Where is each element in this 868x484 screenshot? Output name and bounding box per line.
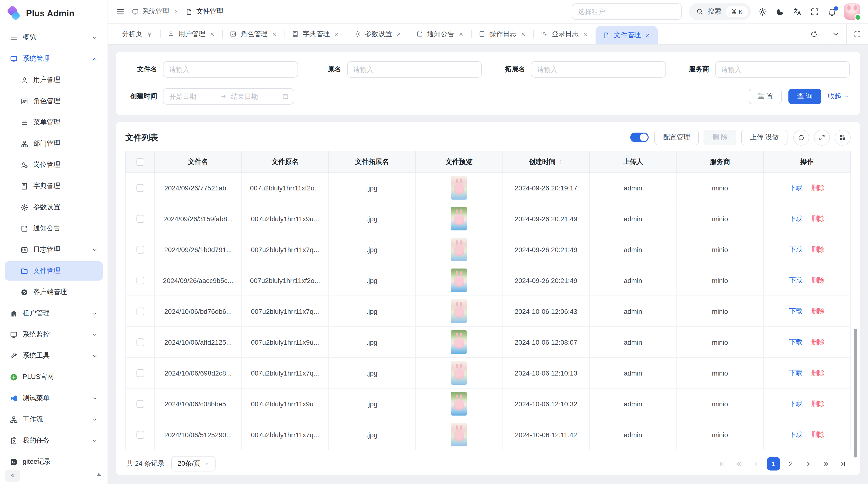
sidebar-pin-button[interactable] (95, 472, 103, 479)
pager-button[interactable] (715, 457, 728, 471)
close-icon[interactable] (645, 32, 651, 38)
delete-link[interactable]: 删除 (811, 214, 825, 222)
sidebar-item[interactable]: 客户端管理 (5, 283, 103, 302)
tab[interactable]: 分析页 (115, 24, 160, 44)
column-header[interactable]: 服务商 (677, 151, 764, 172)
breadcrumb-item[interactable]: 系统管理 (132, 7, 169, 16)
tab[interactable]: 通知公告 (409, 24, 471, 44)
sidebar-item[interactable]: 通知公告 (5, 219, 103, 238)
row-checkbox[interactable] (136, 369, 144, 377)
tab[interactable]: 文件管理 (595, 26, 658, 44)
tab[interactable]: 用户管理 (160, 24, 222, 44)
pin-icon[interactable] (146, 31, 153, 37)
file-preview-image[interactable] (451, 207, 467, 230)
filter-input[interactable] (347, 61, 482, 77)
download-link[interactable]: 下载 (789, 184, 803, 191)
column-header[interactable]: 文件名 (155, 151, 242, 172)
menu-toggle-button[interactable] (116, 7, 125, 16)
sidebar-item[interactable]: 系统管理 (5, 49, 103, 68)
reset-button[interactable]: 重 置 (749, 89, 782, 104)
sidebar-item[interactable]: 用户管理 (5, 70, 103, 90)
toolbar-button[interactable]: 删 除 (704, 130, 736, 145)
end-date-input[interactable] (230, 92, 279, 101)
file-preview-image[interactable] (451, 238, 467, 261)
sidebar-item[interactable]: 我的任务 (5, 431, 103, 450)
row-checkbox[interactable] (136, 277, 144, 284)
column-header[interactable]: 创建时间 (502, 151, 590, 172)
column-header[interactable]: 文件原名 (242, 151, 329, 172)
download-link[interactable]: 下载 (789, 214, 803, 222)
sidebar-collapse-button[interactable] (5, 470, 20, 481)
pager-button[interactable] (802, 457, 815, 471)
header-icon-button[interactable] (775, 7, 784, 16)
pager-button[interactable] (819, 457, 832, 471)
user-avatar[interactable] (844, 3, 860, 20)
column-header[interactable]: 操作 (763, 151, 850, 172)
download-link[interactable]: 下载 (789, 399, 803, 407)
page-number[interactable]: 1 (767, 457, 780, 471)
filter-input[interactable] (163, 61, 298, 77)
column-header[interactable]: 文件拓展名 (329, 151, 416, 172)
breadcrumb-item[interactable]: 文件管理 (173, 7, 223, 16)
date-range-picker[interactable] (163, 88, 294, 105)
sort-icon[interactable] (558, 159, 563, 164)
row-checkbox[interactable] (136, 246, 144, 254)
sidebar-item[interactable]: 部门管理 (5, 134, 103, 153)
delete-link[interactable]: 删除 (811, 399, 825, 407)
sidebar-item[interactable]: 租户管理 (5, 304, 103, 323)
tab[interactable]: 字典管理 (284, 24, 347, 44)
file-preview-image[interactable] (451, 176, 467, 200)
header-icon-button[interactable] (810, 7, 819, 16)
pager-button[interactable] (836, 457, 850, 471)
sidebar-item[interactable]: 概览 (5, 28, 103, 47)
close-icon[interactable] (334, 31, 340, 37)
tab[interactable]: 操作日志 (471, 24, 533, 44)
search-button[interactable]: 查 询 (788, 89, 821, 104)
column-header[interactable]: 文件预览 (415, 151, 502, 172)
sidebar-item[interactable]: 工作流 (5, 410, 103, 429)
download-link[interactable]: 下载 (789, 430, 803, 438)
sidebar-item[interactable]: 菜单管理 (5, 113, 103, 132)
sidebar-item[interactable]: gitee记录 (5, 452, 103, 466)
delete-link[interactable]: 删除 (811, 307, 825, 315)
brand[interactable]: Plus Admin (0, 0, 107, 27)
toolbar-button[interactable]: 上传 没做 (741, 130, 787, 145)
file-preview-image[interactable] (451, 361, 467, 385)
file-preview-image[interactable] (451, 392, 467, 416)
row-checkbox[interactable] (136, 400, 144, 408)
delete-link[interactable]: 删除 (811, 368, 825, 376)
header-icon-button[interactable] (758, 7, 767, 16)
toolbar-icon-button[interactable] (793, 129, 809, 146)
close-icon[interactable] (396, 31, 402, 37)
page-size-select[interactable]: 20条/页 (172, 456, 216, 472)
page-number[interactable]: 2 (784, 457, 798, 471)
sidebar-item[interactable]: 系统工具 (5, 346, 103, 365)
filter-input[interactable] (531, 61, 666, 77)
tab[interactable]: 角色管理 (222, 24, 284, 44)
row-checkbox[interactable] (136, 215, 144, 223)
download-link[interactable]: 下载 (789, 276, 803, 284)
delete-link[interactable]: 删除 (811, 338, 825, 346)
sidebar-item[interactable]: 测试菜单 (5, 389, 103, 408)
toolbar-button[interactable]: 配置管理 (654, 130, 699, 145)
delete-link[interactable]: 删除 (811, 184, 825, 191)
toggle-switch[interactable] (630, 133, 649, 142)
tab[interactable]: 参数设置 (347, 24, 409, 44)
sidebar-item[interactable]: 参数设置 (5, 198, 103, 217)
close-icon[interactable] (520, 31, 526, 37)
file-preview-image[interactable] (451, 268, 467, 292)
tab-control-button[interactable] (846, 24, 868, 44)
sidebar-item[interactable]: 系统监控 (5, 325, 103, 344)
filter-input[interactable] (715, 61, 850, 77)
sidebar-item[interactable]: 角色管理 (5, 92, 103, 111)
file-preview-image[interactable] (451, 299, 467, 323)
column-header[interactable]: 上传人 (590, 151, 677, 172)
sidebar-item[interactable]: 字典管理 (5, 176, 103, 196)
row-checkbox[interactable] (136, 431, 144, 439)
collapse-filters-link[interactable]: 收起 (828, 92, 850, 101)
close-icon[interactable] (458, 31, 464, 37)
tenant-select-input[interactable] (572, 3, 682, 20)
select-all-checkbox[interactable] (136, 158, 144, 166)
global-search[interactable]: 搜索 ⌘ K (689, 3, 751, 20)
row-checkbox[interactable] (136, 308, 144, 315)
